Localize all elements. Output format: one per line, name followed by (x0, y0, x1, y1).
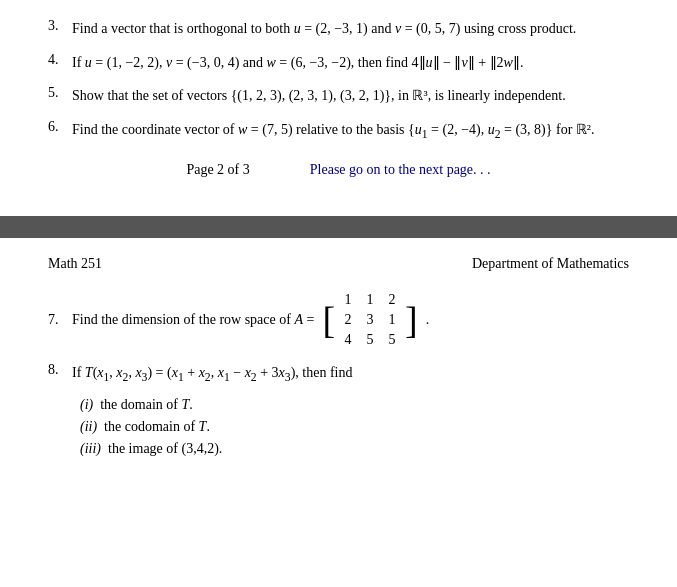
problem-7-text-after: . (426, 312, 430, 328)
problem-4-number: 4. (48, 52, 66, 68)
problem-5-text: Show that the set of vectors {(1, 2, 3),… (72, 85, 566, 107)
problem-5: 5. Show that the set of vectors {(1, 2, … (48, 85, 629, 107)
problem-6: 6. Find the coordinate vector of w = (7,… (48, 119, 629, 144)
problem-4-text: If u = (1, −2, 2), v = (−3, 0, 4) and w … (72, 52, 523, 74)
subproblem-8iii: (iii) the image of (3,4,2). (80, 441, 629, 457)
problem-8-text: If T(x1, x2, x3) = (x1 + x2, x1 − x2 + 3… (72, 362, 352, 387)
page-top-section: 3. Find a vector that is orthogonal to b… (0, 0, 677, 198)
subproblem-8iii-label: (iii) (80, 441, 101, 456)
matrix-grid: 112 231 455 (337, 290, 403, 350)
page-bottom-section: Math 251 Department of Mathematics 7. Fi… (0, 238, 677, 475)
page-divider (0, 216, 677, 238)
problem-6-text: Find the coordinate vector of w = (7, 5)… (72, 119, 595, 144)
matrix-bracket-right (405, 301, 418, 339)
problem-5-number: 5. (48, 85, 66, 101)
course-label: Math 251 (48, 256, 102, 272)
problem-7: 7. Find the dimension of the row space o… (48, 290, 629, 350)
matrix-display: 112 231 455 (322, 290, 417, 350)
subproblem-8ii: (ii) the codomain of T. (80, 419, 629, 435)
problem-list-top: 3. Find a vector that is orthogonal to b… (48, 18, 629, 144)
problem-3-text: Find a vector that is orthogonal to both… (72, 18, 576, 40)
problem-6-number: 6. (48, 119, 66, 135)
problem-8-subproblems: (i) the domain of T. (ii) the codomain o… (80, 397, 629, 457)
problem-7-text-before: Find the dimension of the row space of A… (72, 312, 314, 328)
problem-4: 4. If u = (1, −2, 2), v = (−3, 0, 4) and… (48, 52, 629, 74)
page-bottom-header: Math 251 Department of Mathematics (48, 256, 629, 272)
problem-8-number: 8. (48, 362, 66, 378)
department-label: Department of Mathematics (472, 256, 629, 272)
page-indicator: Page 2 of 3 (186, 162, 249, 178)
problem-3-number: 3. (48, 18, 66, 34)
matrix-bracket-left (322, 301, 335, 339)
subproblem-8i: (i) the domain of T. (80, 397, 629, 413)
page-footer: Page 2 of 3 Please go on to the next pag… (48, 162, 629, 178)
problem-7-number: 7. (48, 312, 66, 328)
problem-8: 8. If T(x1, x2, x3) = (x1 + x2, x1 − x2 … (48, 362, 629, 387)
next-page-note: Please go on to the next page. . . (310, 162, 491, 178)
subproblem-8i-label: (i) (80, 397, 93, 412)
subproblem-8ii-label: (ii) (80, 419, 97, 434)
problem-3: 3. Find a vector that is orthogonal to b… (48, 18, 629, 40)
